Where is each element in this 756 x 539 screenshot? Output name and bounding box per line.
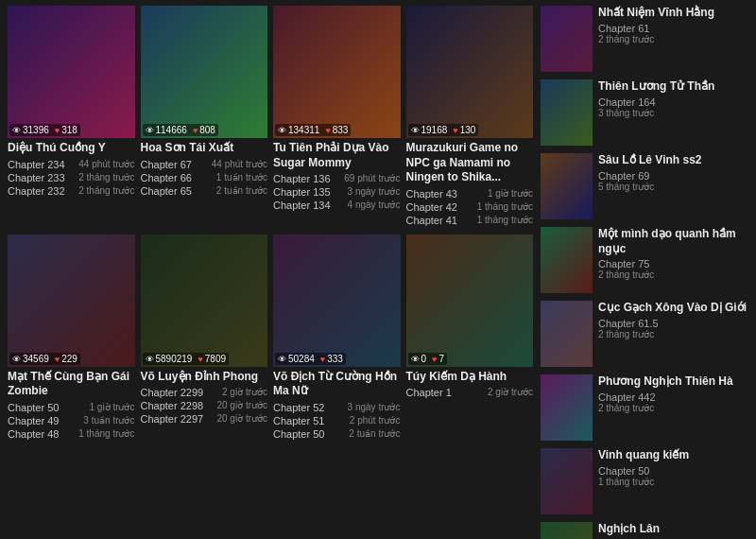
likes-stat: 229 — [55, 354, 77, 364]
sidebar-manga-item[interactable]: Nghịch LânChapter 1501 năm trước — [541, 522, 748, 539]
sidebar-manga-item[interactable]: Nhất Niệm Vĩnh HằngChapter 612 tháng trư… — [541, 6, 748, 72]
chapter-name: Chapter 65 — [141, 185, 192, 197]
sidebar-time: 1 tháng trước — [598, 477, 748, 487]
sidebar-manga-item[interactable]: Cục Gạch Xông Vào Dị GiớiChapter 61.52 t… — [541, 301, 748, 367]
sidebar-info-s1: Nhất Niệm Vĩnh HằngChapter 612 tháng trư… — [598, 6, 748, 44]
manga-thumb-card2: 114666808 — [141, 6, 268, 138]
chapter-time: 3 tuần trước — [83, 415, 134, 426]
chapter-time: 2 tháng trước — [78, 172, 134, 183]
manga-card-card3[interactable]: 134311833Tu Tiên Phải Dựa Vào Sugar Momm… — [273, 6, 401, 227]
manga-thumb-card8: 07 — [406, 235, 534, 367]
sidebar-thumb-s1 — [541, 6, 593, 72]
likes-stat: 833 — [325, 125, 348, 135]
manga-thumb-card6: 58902197809 — [141, 235, 268, 367]
chapter-time: 69 phút trước — [344, 173, 400, 184]
chapter-item[interactable]: Chapter 22992 giờ trước — [141, 386, 268, 399]
sidebar-manga-item[interactable]: Vinh quang kiếmChapter 501 tháng trước — [541, 448, 748, 514]
chapter-time: 4 ngày trước — [348, 200, 401, 211]
views-stat: 31396 — [12, 125, 49, 135]
chapter-time: 44 phút trước — [78, 159, 134, 170]
chapter-item[interactable]: Chapter 229720 giờ trước — [141, 412, 268, 426]
views-stat: 5890219 — [146, 354, 193, 364]
likes-stat: 333 — [320, 354, 343, 364]
chapter-time: 1 giờ trước — [488, 188, 533, 200]
chapter-time: 1 giờ trước — [89, 402, 134, 413]
manga-stats-card7: 50284333 — [275, 353, 346, 365]
chapter-name: Chapter 52 — [273, 402, 324, 413]
sidebar-title: Một mình dạo quanh hầm ngục — [598, 227, 748, 256]
chapter-item[interactable]: Chapter 411 tháng trước — [406, 214, 534, 227]
sidebar-manga-item[interactable]: Sâu Lồ Lê Vinh ss2Chapter 695 tháng trướ… — [541, 153, 748, 219]
sidebar-chapter: Chapter 75 — [598, 258, 748, 270]
chapter-item[interactable]: Chapter 421 tháng trước — [406, 200, 534, 214]
manga-card-card5[interactable]: 34569229Mạt Thế Cùng Bạn Gái ZombieChapt… — [8, 235, 135, 441]
chapter-time: 1 tháng trước — [477, 201, 533, 213]
chapter-item[interactable]: Chapter 493 tuần trước — [8, 414, 135, 427]
sidebar-thumb-s4 — [541, 227, 593, 293]
chapter-item[interactable]: Chapter 2332 tháng trước — [8, 171, 135, 184]
likes-stat: 130 — [453, 125, 475, 135]
sidebar-title: Nghịch Lân — [598, 522, 748, 537]
chapter-name: Chapter 2299 — [141, 387, 204, 398]
chapter-item[interactable]: Chapter 652 tuần trước — [141, 184, 268, 198]
chapter-item[interactable]: Chapter 481 tháng trước — [8, 427, 135, 441]
chapter-item[interactable]: Chapter 523 ngày trước — [273, 401, 401, 414]
chapter-item[interactable]: Chapter 1344 ngày trước — [273, 199, 401, 212]
chapter-item[interactable]: Chapter 12 giờ trước — [406, 386, 534, 399]
chapter-item[interactable]: Chapter 23444 phút trước — [8, 158, 135, 171]
sidebar-info-s4: Một mình dạo quanh hầm ngụcChapter 752 t… — [598, 227, 748, 280]
sidebar-chapter: Chapter 50 — [598, 465, 748, 477]
sidebar-info-s7: Vinh quang kiếmChapter 501 tháng trước — [598, 448, 748, 487]
chapter-item[interactable]: Chapter 512 phút trước — [273, 414, 401, 427]
manga-card-card6[interactable]: 58902197809Võ Luyện Đỉnh PhongChapter 22… — [141, 235, 268, 441]
sidebar-title: Cục Gạch Xông Vào Dị Giới — [598, 301, 748, 316]
main-content: 31396318Diệu Thú Cuồng YChapter 23444 ph… — [0, 0, 756, 539]
chapter-time: 1 tháng trước — [78, 428, 134, 440]
chapter-time: 3 ngày trước — [348, 402, 401, 413]
chapter-item[interactable]: Chapter 661 tuần trước — [141, 171, 268, 184]
views-stat: 19168 — [411, 125, 448, 135]
chapter-item[interactable]: Chapter 501 giờ trước — [8, 401, 135, 414]
chapter-name: Chapter 233 — [8, 172, 65, 183]
manga-card-card7[interactable]: 50284333Võ Địch Từ Cường Hồn Ma NữChapte… — [273, 235, 401, 441]
manga-card-card2[interactable]: 114666808Hoa Sơn Tái XuấtChapter 6744 ph… — [141, 6, 268, 227]
chapter-item[interactable]: Chapter 2322 tháng trước — [8, 184, 135, 198]
chapter-time: 2 tuần trước — [349, 428, 400, 440]
chapter-name: Chapter 234 — [8, 159, 65, 170]
manga-stats-card4: 19168130 — [408, 124, 479, 136]
views-stat: 50284 — [278, 354, 315, 364]
manga-title-card2: Hoa Sơn Tái Xuất — [141, 141, 268, 156]
chapter-item[interactable]: Chapter 431 giờ trước — [406, 187, 534, 200]
manga-stats-card6: 58902197809 — [143, 353, 230, 365]
chapter-item[interactable]: Chapter 502 tuần trước — [273, 427, 401, 441]
sidebar-info-s8: Nghịch LânChapter 1501 năm trước — [598, 522, 748, 539]
chapter-list-card7: Chapter 523 ngày trướcChapter 512 phút t… — [273, 401, 401, 441]
sidebar-manga-item[interactable]: Phương Nghịch Thiên HàChapter 4422 tháng… — [541, 374, 748, 441]
chapter-item[interactable]: Chapter 13669 phút trước — [273, 172, 401, 185]
sidebar-thumb-s7 — [541, 448, 593, 514]
manga-stats-card3: 134311833 — [275, 124, 351, 136]
chapter-time: 20 giờ trước — [216, 413, 267, 425]
likes-stat: 808 — [193, 125, 215, 135]
sidebar-chapter: Chapter 69 — [598, 170, 748, 182]
sidebar-manga-item[interactable]: Một mình dạo quanh hầm ngụcChapter 752 t… — [541, 227, 748, 293]
sidebar-time: 5 tháng trước — [598, 182, 748, 192]
sidebar-time: 2 tháng trước — [598, 329, 748, 339]
chapter-name: Chapter 49 — [8, 415, 59, 426]
chapter-name: Chapter 50 — [8, 402, 59, 413]
chapter-name: Chapter 2298 — [141, 400, 204, 411]
chapter-item[interactable]: Chapter 1353 ngày trước — [273, 185, 401, 199]
sidebar-title: Sâu Lồ Lê Vinh ss2 — [598, 153, 748, 168]
chapter-item[interactable]: Chapter 229820 giờ trước — [141, 399, 268, 412]
sidebar-manga-item[interactable]: Thiên Lương Tử ThầnChapter 1643 tháng tr… — [541, 79, 748, 146]
sidebar-chapter: Chapter 442 — [598, 391, 748, 403]
manga-title-card4: Murazukuri Game no NPC ga Namami no Ning… — [406, 141, 534, 185]
chapter-item[interactable]: Chapter 6744 phút trước — [141, 158, 268, 171]
chapter-list-card5: Chapter 501 giờ trướcChapter 493 tuần tr… — [8, 401, 135, 441]
chapter-time: 2 phút trước — [350, 415, 401, 426]
manga-card-card4[interactable]: 19168130Murazukuri Game no NPC ga Namami… — [406, 6, 534, 227]
manga-card-card1[interactable]: 31396318Diệu Thú Cuồng YChapter 23444 ph… — [8, 6, 135, 227]
chapter-time: 44 phút trước — [212, 159, 267, 170]
manga-card-card8[interactable]: 07Túy Kiếm Dạ HànhChapter 12 giờ trước — [406, 235, 534, 441]
sidebar-thumb-s6 — [541, 374, 593, 441]
